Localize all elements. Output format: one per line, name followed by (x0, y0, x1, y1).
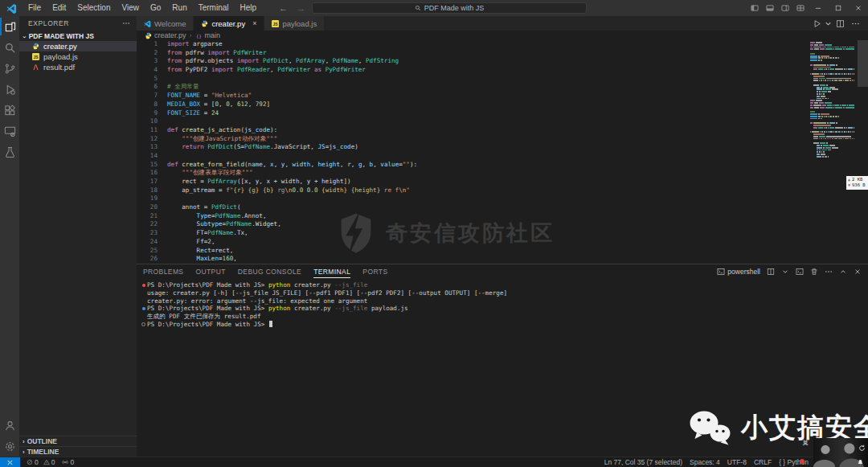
line-number: 1 (137, 40, 167, 49)
remote-explorer-icon[interactable] (0, 121, 19, 141)
recording-dot (800, 459, 805, 464)
status-item[interactable]: UTF-8 (727, 458, 747, 466)
gear-icon[interactable] (0, 436, 19, 457)
sync-icon (858, 444, 866, 452)
layout-sidebar-right-icon[interactable] (777, 0, 792, 16)
tab-welcome[interactable]: Welcome (137, 16, 194, 31)
terminal-shell-label[interactable]: powershell (717, 268, 760, 276)
python-icon (201, 20, 208, 27)
menu-view[interactable]: View (117, 0, 145, 16)
menu-terminal[interactable]: Terminal (193, 0, 235, 16)
bell-icon[interactable] (857, 459, 864, 466)
svg-text:JS: JS (273, 22, 279, 27)
panel-tabs: PROBLEMSOUTPUTDEBUG CONSOLETERMINALPORTS (143, 264, 387, 278)
history-nav: ← → (279, 0, 305, 16)
timeline-section[interactable]: › TIMELINE (19, 446, 137, 457)
js-icon: JS (272, 20, 279, 27)
search-icon[interactable] (0, 37, 19, 58)
debug-icon[interactable] (0, 79, 19, 100)
breadcrumb[interactable]: creater.py›{}main (137, 31, 868, 40)
terminal-line: usage: creater.py [-h] [--js_file JS_FIL… (140, 289, 868, 297)
menu-edit[interactable]: Edit (47, 0, 72, 16)
files-icon[interactable] (0, 16, 19, 37)
chevron-down-icon[interactable] (824, 19, 829, 28)
warning-icon (43, 459, 50, 465)
menu-run[interactable]: Run (166, 0, 192, 16)
code-line: 16 """创建表单字段对象""" (137, 169, 868, 178)
outline-section[interactable]: › OUTLINE (19, 436, 137, 446)
line-number: 20 (137, 203, 167, 212)
sidebar-sections: › OUTLINE › TIMELINE (19, 436, 137, 457)
search-text: PDF Made with JS (424, 4, 485, 12)
split-editor-icon[interactable] (767, 268, 775, 276)
file-item-payload.js[interactable]: JSpayload.js (19, 51, 137, 62)
close-icon[interactable] (854, 268, 862, 276)
tab-payload-js[interactable]: JSpayload.js (264, 16, 325, 31)
panel-tab-terminal[interactable]: TERMINAL (313, 264, 350, 278)
chevron-up-icon[interactable] (839, 268, 847, 276)
terminal-panel-icon[interactable] (796, 268, 804, 276)
status-item[interactable]: Ln 77, Col 35 (7 selected) (604, 458, 682, 466)
back-arrow-icon[interactable]: ← (279, 3, 288, 13)
folder-name: PDF MADE WITH JS (29, 32, 94, 40)
account-icon[interactable] (0, 415, 19, 436)
more-icon[interactable] (851, 19, 860, 28)
status-item[interactable]: CRLF (754, 458, 772, 466)
layout-sidebar-left-icon[interactable] (747, 0, 762, 16)
tab-creater-py[interactable]: creater.py× (194, 16, 264, 31)
minimap[interactable] (810, 42, 855, 158)
source-control-icon[interactable] (0, 58, 19, 79)
breadcrumb-item[interactable]: {}main (195, 31, 221, 39)
close-icon[interactable]: × (252, 20, 256, 27)
test-icon[interactable] (0, 141, 19, 162)
panel-tab-debug-console[interactable]: DEBUG CONSOLE (238, 264, 301, 278)
terminal-line: PS D:\Projects\PDF Made with JS> (140, 320, 868, 328)
close-icon[interactable] (848, 0, 868, 16)
trash-icon[interactable] (810, 268, 818, 276)
folder-row[interactable]: ⌄ PDF MADE WITH JS (19, 31, 137, 41)
editor-scrollbar[interactable] (858, 40, 868, 87)
code-line: 15def create_form_field(name, x, y, widt… (137, 161, 868, 170)
more-actions-icon[interactable] (122, 19, 130, 27)
layout-panel-icon[interactable] (762, 0, 777, 16)
run-icon[interactable] (813, 19, 821, 28)
menu-file[interactable]: File (23, 0, 47, 16)
maximize-icon[interactable] (828, 0, 848, 16)
extensions-icon[interactable] (0, 100, 19, 121)
minimize-icon[interactable] (808, 0, 828, 16)
menu-go[interactable]: Go (145, 0, 166, 16)
remote-indicator[interactable] (0, 457, 20, 467)
line-number: 10 (137, 117, 167, 126)
forward-arrow-icon[interactable]: → (297, 3, 305, 13)
file-item-creater.py[interactable]: creater.py (19, 41, 137, 51)
download-arrow-icon: ▼ (848, 182, 850, 188)
remote-status-icon (6, 459, 14, 466)
terminal-line: 生成的 PDF 文件已保存为 result.pdf (140, 313, 868, 321)
file-item-result.pdf[interactable]: result.pdf (19, 62, 137, 72)
terminal-output[interactable]: PS D:\Projects\PDF Made with JS> python … (137, 278, 868, 328)
status-item[interactable]: Spaces: 4 (690, 458, 720, 466)
chevron-down-icon[interactable] (781, 268, 789, 276)
command-center-search[interactable]: PDF Made with JS (312, 2, 587, 14)
panel-tab-output[interactable]: OUTPUT (195, 264, 225, 278)
code-editor[interactable]: 1import argparse2from pdfrw import PdfWr… (137, 40, 868, 264)
breadcrumb-item[interactable]: creater.py (145, 31, 186, 39)
panel-tab-problems[interactable]: PROBLEMS (143, 264, 183, 278)
menu-selection[interactable]: Selection (72, 0, 116, 16)
line-number: 9 (137, 109, 167, 118)
line-number: 11 (137, 126, 167, 135)
menu-help[interactable]: Help (235, 0, 263, 16)
line-number: 26 (137, 255, 167, 264)
terminal-cursor (269, 321, 272, 327)
ports-indicator[interactable]: 0 (62, 458, 74, 466)
svg-text:JS: JS (33, 55, 39, 59)
problems-indicator[interactable]: 0 0 (27, 458, 55, 466)
more-icon[interactable] (825, 268, 833, 276)
panel-tab-ports[interactable]: PORTS (362, 264, 387, 278)
split-editor-icon[interactable] (836, 19, 845, 28)
file-name: creater.py (43, 42, 77, 51)
python-icon (32, 43, 39, 50)
layout-grid-icon[interactable] (792, 0, 808, 16)
outline-label: OUTLINE (27, 437, 57, 445)
ports-count: 0 (70, 458, 74, 466)
